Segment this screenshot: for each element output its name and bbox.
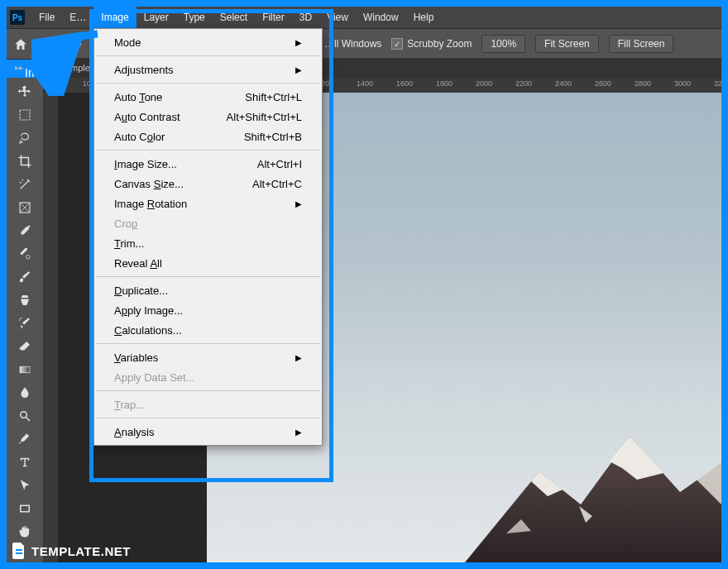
menu-item-calculations[interactable]: Calculations...	[94, 320, 322, 340]
svg-rect-6	[20, 247, 28, 256]
checkbox-icon: ✓	[391, 38, 403, 50]
menu-select[interactable]: Select	[213, 7, 255, 28]
all-windows-label: …ll Windows	[324, 38, 381, 50]
app-window: Ps File E… Image Layer Type Select Filte…	[7, 7, 721, 562]
marquee-icon	[17, 108, 32, 122]
svg-point-7	[26, 256, 31, 260]
eraser-icon	[17, 339, 32, 354]
submenu-arrow-icon: ▶	[295, 199, 302, 208]
ruler-tick: 1400	[357, 79, 373, 88]
blur-icon	[17, 385, 32, 400]
fill-screen-button[interactable]: Fill Screen	[609, 35, 674, 53]
menu-item-canvas-size[interactable]: Canvas Size...Alt+Ctrl+C	[94, 174, 322, 194]
menu-item-image-size[interactable]: Image Size...Alt+Ctrl+I	[94, 154, 322, 174]
menu-separator	[96, 343, 320, 344]
crop-tool[interactable]	[13, 151, 36, 172]
eyedropper-icon	[17, 223, 32, 238]
ruler-tick: 2400	[555, 79, 572, 88]
brush-tool[interactable]	[13, 266, 36, 288]
menu-filter[interactable]: Filter	[255, 7, 292, 28]
menu-item-label: Reveal All	[114, 257, 162, 270]
dodge-tool[interactable]	[13, 405, 36, 427]
menu-item-label: Apply Data Set...	[114, 371, 195, 384]
eraser-tool[interactable]	[13, 336, 36, 357]
path-selection-tool[interactable]	[13, 475, 36, 496]
wand-icon	[17, 177, 32, 192]
menu-bar: Ps File E… Image Layer Type Select Filte…	[7, 7, 721, 28]
menu-item-shortcut: Shift+Ctrl+L	[245, 91, 302, 103]
lasso-tool[interactable]	[13, 127, 36, 149]
menu-item-reveal-all[interactable]: Reveal All	[94, 253, 322, 273]
move-tool[interactable]	[13, 81, 36, 103]
svg-rect-2	[20, 110, 30, 120]
marquee-tool[interactable]	[13, 104, 36, 126]
menu-item-shortcut: Alt+Ctrl+I	[257, 158, 302, 170]
rectangle-tool[interactable]	[13, 498, 36, 519]
svg-rect-11	[21, 505, 30, 512]
menu-separator	[96, 276, 320, 277]
menu-edit[interactable]: E…	[62, 7, 93, 28]
rectangle-icon	[17, 501, 32, 516]
dropdown-caret-icon[interactable]: ▾	[78, 40, 82, 49]
menu-item-auto-tone[interactable]: Auto ToneShift+Ctrl+L	[94, 87, 322, 107]
pen-tool[interactable]	[13, 428, 36, 450]
brush-icon	[17, 270, 32, 284]
history-brush-tool[interactable]	[13, 313, 36, 334]
menu-separator	[96, 390, 320, 391]
toolbox	[7, 78, 43, 562]
menu-item-label: Trim...	[114, 237, 144, 250]
menu-item-shortcut: Shift+Ctrl+B	[244, 131, 302, 143]
home-icon[interactable]	[13, 37, 26, 50]
menu-window[interactable]: Window	[356, 7, 406, 28]
panel-expand-icon[interactable]: ▸▸	[15, 63, 23, 72]
menu-separator	[96, 83, 320, 84]
menu-item-label: Calculations...	[114, 324, 182, 337]
menu-item-label: Trap...	[114, 399, 145, 411]
menu-item-shortcut: Alt+Shift+Ctrl+L	[227, 111, 302, 123]
vertical-ruler	[43, 93, 59, 562]
menu-type[interactable]: Type	[176, 7, 213, 28]
menu-separator	[96, 418, 320, 418]
history-brush-icon	[17, 316, 32, 331]
zoom-tool-icon[interactable]	[53, 36, 68, 51]
blur-tool[interactable]	[13, 382, 36, 404]
menu-view[interactable]: View	[319, 7, 356, 28]
menu-item-analysis[interactable]: Analysis▶	[94, 422, 322, 442]
menu-3d[interactable]: 3D	[292, 7, 319, 28]
menu-item-label: Auto Color	[114, 131, 165, 143]
svg-point-9	[21, 412, 27, 418]
ruler-tick: 3200	[714, 79, 721, 88]
gradient-tool[interactable]	[13, 359, 36, 380]
menu-item-adjustments[interactable]: Adjustments▶	[94, 60, 322, 79]
hand-tool[interactable]	[13, 521, 36, 543]
menu-item-mode[interactable]: Mode▶	[94, 32, 322, 52]
menu-item-crop: Crop	[94, 213, 322, 233]
menu-help[interactable]: Help	[406, 7, 442, 28]
zoom-level-field[interactable]: 100%	[481, 35, 525, 53]
menu-item-image-rotation[interactable]: Image Rotation▶	[94, 194, 322, 213]
type-tool[interactable]	[13, 452, 36, 473]
menu-item-auto-color[interactable]: Auto ColorShift+Ctrl+B	[94, 127, 322, 146]
hand-icon	[17, 524, 32, 539]
menu-layer[interactable]: Layer	[136, 7, 176, 28]
menu-image[interactable]: Image	[93, 7, 136, 28]
watermark-text: TEMPLATE.NET	[31, 544, 131, 558]
menu-item-variables[interactable]: Variables▶	[94, 347, 322, 367]
menu-item-label: Mode	[114, 36, 141, 49]
spot-heal-tool[interactable]	[13, 243, 36, 265]
menu-item-label: Variables	[114, 351, 158, 364]
menu-item-auto-contrast[interactable]: Auto ContrastAlt+Shift+Ctrl+L	[94, 107, 322, 127]
eyedropper-tool[interactable]	[13, 220, 36, 241]
menu-item-apply-image[interactable]: Apply Image...	[94, 300, 322, 320]
scrubby-zoom-label: Scrubby Zoom	[407, 38, 472, 50]
menu-item-trim[interactable]: Trim...	[94, 233, 322, 253]
wand-tool[interactable]	[13, 174, 36, 195]
frame-tool[interactable]	[13, 197, 36, 218]
clone-tool[interactable]	[13, 289, 36, 311]
submenu-arrow-icon: ▶	[295, 38, 302, 47]
menu-item-label: Adjustments	[114, 64, 174, 76]
menu-item-duplicate[interactable]: Duplicate...	[94, 280, 322, 300]
scrubby-zoom-checkbox[interactable]: ✓ Scrubby Zoom	[391, 38, 472, 50]
fit-screen-button[interactable]: Fit Screen	[535, 35, 599, 53]
menu-file[interactable]: File	[31, 7, 62, 28]
